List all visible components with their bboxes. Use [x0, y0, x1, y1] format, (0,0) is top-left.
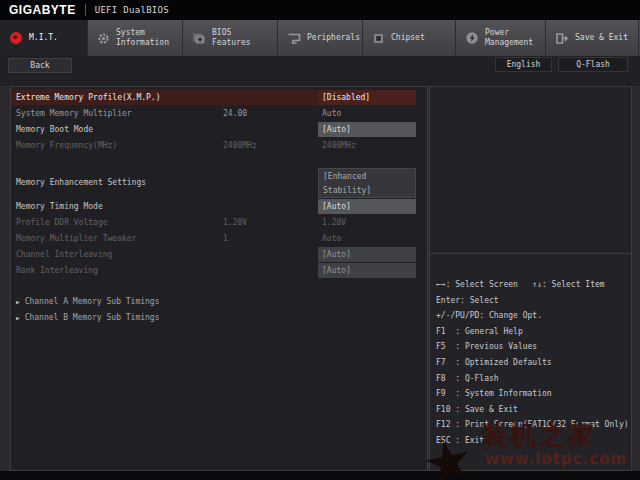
help-panel-divider — [430, 253, 631, 254]
setting-label: Rank Interleaving — [16, 266, 98, 275]
chip-icon — [372, 32, 385, 45]
key-legend-line: F12 : Print Screen(FAT16/32 Format Only) — [436, 417, 629, 433]
key-legend-line: F10 : Save & Exit — [436, 402, 629, 418]
tab-bios-features[interactable]: BIOSFeatures — [183, 20, 278, 56]
gear-icon — [97, 32, 110, 45]
key-legend-line: ←→: Select Screen ↑↓: Select Item — [436, 277, 629, 293]
qflash-button[interactable]: Q-Flash — [558, 57, 628, 72]
settings-list: Extreme Memory Profile(X.M.P.) [Disabled… — [11, 89, 427, 325]
setting-row-memory-enhancement[interactable]: Memory Enhancement Settings [Enhanced St… — [11, 167, 427, 198]
submenu-arrow-icon: ▶ — [16, 314, 20, 321]
tab-save-exit[interactable]: Save & Exit — [546, 20, 639, 56]
key-legend-line: ESC : Exit — [436, 433, 629, 449]
setting-row-multiplier-tweaker: Memory Multiplier Tweaker 1 Auto — [11, 230, 427, 246]
setting-value: 2400MHz — [318, 138, 416, 153]
power-bolt-icon — [465, 31, 479, 45]
key-legend-line: F9 : System Information — [436, 386, 629, 402]
setting-row-xmp[interactable]: Extreme Memory Profile(X.M.P.) [Disabled… — [11, 89, 427, 105]
setting-value: Auto — [318, 231, 416, 246]
setting-current: 1.20V — [223, 214, 247, 230]
setting-label: Memory Boot Mode — [16, 125, 93, 134]
gigabyte-logo: GIGABYTE — [9, 3, 76, 17]
setting-label: Channel Interleaving — [16, 250, 112, 259]
back-button[interactable]: Back — [8, 58, 72, 73]
setting-value: [Auto] — [318, 263, 416, 278]
bios-screen: GIGABYTE UEFI DualBIOS M.I.T. SystemInfo… — [0, 0, 640, 480]
submenu-list: ▶ Channel A Memory Sub Timings ▶ Channel… — [11, 293, 427, 325]
setting-current: 2400MHz — [223, 137, 257, 153]
setting-label: Memory Multiplier Tweaker — [16, 234, 136, 243]
setting-current: 1 — [223, 230, 228, 246]
folder-plus-icon — [192, 32, 206, 45]
setting-label: Extreme Memory Profile(X.M.P.) — [16, 93, 161, 102]
setting-value[interactable]: Auto — [318, 106, 416, 121]
setting-value[interactable]: [Disabled] — [318, 90, 416, 105]
setting-row-profile-ddr-voltage: Profile DDR Voltage 1.20V 1.20V — [11, 214, 427, 230]
setting-row-memory-timing-mode[interactable]: Memory Timing Mode [Auto] — [11, 198, 427, 214]
key-legend: ←→: Select Screen ↑↓: Select Item Enter:… — [436, 277, 629, 449]
tab-bar: M.I.T. SystemInformation BIOSFeatures Pe… — [0, 20, 640, 56]
language-button[interactable]: English — [495, 57, 552, 72]
exit-door-icon — [555, 32, 569, 45]
title-bar: GIGABYTE UEFI DualBIOS — [0, 0, 640, 20]
tab-power-management[interactable]: PowerManagement — [456, 20, 546, 56]
setting-label: Memory Frequency(MHz) — [16, 141, 117, 150]
setting-row-memory-multiplier[interactable]: System Memory Multiplier 24.00 Auto — [11, 105, 427, 121]
tab-peripherals[interactable]: Peripherals — [278, 20, 363, 56]
setting-row-channel-interleaving: Channel Interleaving [Auto] — [11, 246, 427, 262]
setting-row-memory-boot-mode[interactable]: Memory Boot Mode [Auto] — [11, 121, 427, 137]
setting-row-memory-frequency: Memory Frequency(MHz) 2400MHz 2400MHz — [11, 137, 427, 153]
setting-value[interactable]: [Auto] — [318, 122, 416, 137]
header-divider — [85, 4, 86, 16]
help-panel: ←→: Select Screen ↑↓: Select Item Enter:… — [429, 86, 632, 471]
setting-value: 1.20V — [318, 215, 416, 230]
key-legend-line: F8 : Q-Flash — [436, 371, 629, 387]
bios-product-name: UEFI DualBIOS — [95, 5, 169, 15]
setting-current: 24.00 — [223, 105, 247, 121]
setting-label: Memory Timing Mode — [16, 202, 103, 211]
submenu-channel-b-sub-timings[interactable]: ▶ Channel B Memory Sub Timings — [11, 309, 427, 325]
setting-value[interactable]: [Enhanced Stability] — [318, 168, 416, 198]
tab-chipset[interactable]: Chipset — [363, 20, 456, 56]
setting-value[interactable]: [Auto] — [318, 199, 416, 214]
setting-value: [Auto] — [318, 247, 416, 262]
submenu-channel-a-sub-timings[interactable]: ▶ Channel A Memory Sub Timings — [11, 293, 427, 309]
key-legend-line: +/-/PU/PD: Change Opt. — [436, 308, 629, 324]
bottom-strip — [0, 471, 640, 480]
key-legend-line: F5 : Previous Values — [436, 339, 629, 355]
key-legend-line: F7 : Optimized Defaults — [436, 355, 629, 371]
settings-panel: Extreme Memory Profile(X.M.P.) [Disabled… — [10, 86, 428, 471]
mit-target-icon — [9, 31, 23, 45]
submenu-arrow-icon: ▶ — [16, 298, 20, 305]
setting-label: Profile DDR Voltage — [16, 218, 108, 227]
tab-system-information[interactable]: SystemInformation — [88, 20, 183, 56]
submenu-label: Channel A Memory Sub Timings — [25, 297, 160, 306]
submenu-label: Channel B Memory Sub Timings — [25, 313, 160, 322]
setting-label: Memory Enhancement Settings — [16, 178, 146, 187]
monitor-icon — [287, 32, 301, 45]
key-legend-line: Enter: Select — [436, 293, 629, 309]
toolbar: Back English Q-Flash — [0, 56, 640, 86]
setting-row-rank-interleaving: Rank Interleaving [Auto] — [11, 262, 427, 278]
setting-label: System Memory Multiplier — [16, 109, 132, 118]
tab-mit[interactable]: M.I.T. — [0, 20, 88, 56]
key-legend-line: F1 : General Help — [436, 324, 629, 340]
